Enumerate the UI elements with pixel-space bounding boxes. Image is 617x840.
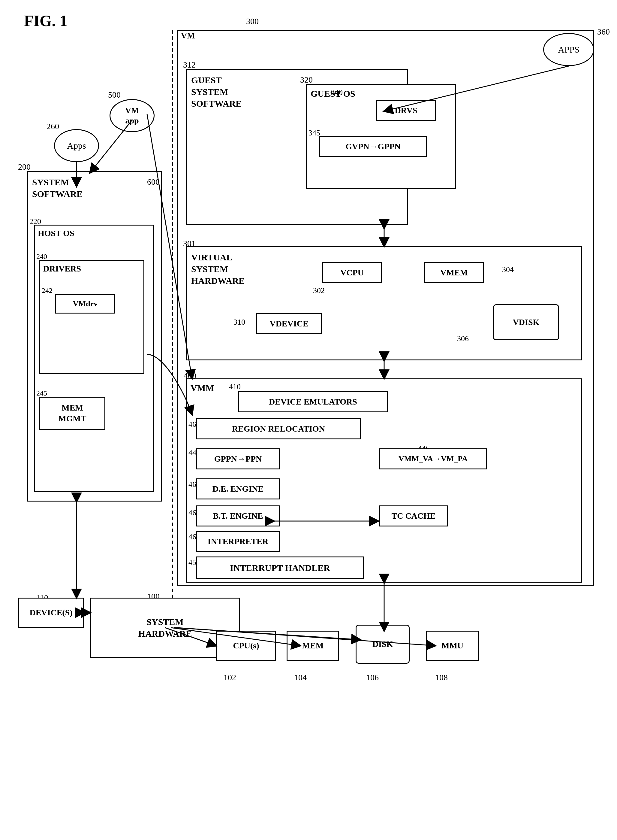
bt-engine-label: B.T. ENGINE: [213, 511, 263, 521]
virtual-system-hardware-box: VIRTUALSYSTEMHARDWARE VCPU 302 VMEM 304 …: [186, 246, 582, 360]
tc-cache-box: TC CACHE: [379, 506, 448, 526]
vm-app-circle: VMapp: [109, 99, 155, 132]
ref-304: 304: [502, 265, 514, 274]
drvs-box: DRVS: [376, 100, 436, 121]
vmdrv-box: VMdrv: [55, 294, 115, 314]
devices-box: DEVICE(S): [18, 597, 84, 628]
ref-302: 302: [313, 286, 325, 295]
ref-500: 500: [108, 90, 121, 100]
vdevice-label: VDEVICE: [270, 319, 308, 328]
vmdrv-label: VMdrv: [73, 299, 97, 308]
mem-mgmt-label: MEMMGMT: [58, 402, 86, 424]
system-hardware-label: SYSTEMHARDWARE: [138, 616, 192, 639]
ref-360: 360: [597, 27, 610, 37]
vmem-box: VMEM: [424, 262, 484, 283]
drivers-box: DRIVERS 242 VMdrv: [39, 260, 144, 374]
ref-108: 108: [435, 673, 448, 682]
ref-320: 320: [300, 75, 313, 85]
ref-345: 345: [308, 129, 320, 138]
disk-box: DISK: [356, 625, 410, 664]
vdevice-box: VDEVICE: [256, 313, 322, 334]
interpreter-box: INTERPRETER: [196, 531, 280, 552]
ref-200: 200: [18, 162, 31, 172]
region-relocation-box: REGION RELOCATION: [196, 419, 361, 439]
device-emulators-box: DEVICE EMULATORS: [238, 391, 388, 413]
ref-245: 245: [36, 389, 47, 397]
gvpn-gppn-box: GVPN→GPPN: [319, 136, 427, 157]
interpreter-label: INTERPRETER: [208, 537, 268, 546]
figure-title: FIG. 1: [24, 12, 67, 30]
ref-312: 312: [183, 60, 196, 70]
de-engine-label: D.E. ENGINE: [213, 484, 263, 494]
disk-label: DISK: [372, 639, 393, 649]
tc-cache-label: TC CACHE: [391, 511, 435, 521]
vmm-va-vm-pa-box: VMM_VA→VM_PA: [379, 448, 487, 469]
ref-102: 102: [224, 673, 236, 682]
vm-app-label: VMapp: [125, 105, 139, 126]
drivers-label: DRIVERS: [40, 261, 143, 277]
ref-106: 106: [366, 673, 379, 682]
cpus-box: CPU(s): [216, 631, 276, 661]
ref-104: 104: [294, 673, 307, 682]
apps-left-circle: Apps: [54, 129, 99, 162]
mmu-label: MMU: [441, 641, 463, 651]
vcpu-label: VCPU: [340, 268, 364, 278]
system-software-label: SYSTEMSOFTWARE: [28, 172, 161, 204]
drvs-label: DRVS: [395, 106, 417, 115]
mmu-box: MMU: [426, 631, 479, 661]
ref-300: 300: [246, 16, 259, 26]
bt-engine-box: B.T. ENGINE: [196, 506, 280, 526]
de-engine-box: D.E. ENGINE: [196, 478, 280, 500]
vmm-va-vm-pa-label: VMM_VA→VM_PA: [399, 454, 468, 463]
ref-306: 306: [457, 334, 469, 343]
ref-240: 240: [36, 253, 47, 261]
vmem-label: VMEM: [440, 268, 468, 278]
ref-340: 340: [331, 88, 343, 97]
ref-260: 260: [47, 122, 59, 131]
mem-box: MEM: [286, 631, 339, 661]
ref-600: 600: [147, 177, 159, 187]
guest-os-box: GUEST OS 340 DRVS 345 GVPN→GPPN: [306, 84, 456, 189]
device-emulators-label: DEVICE EMULATORS: [269, 397, 357, 407]
vdisk-box: VDISK: [493, 304, 559, 340]
devices-label: DEVICE(S): [30, 608, 72, 617]
host-os-label: HOST OS: [35, 226, 153, 241]
region-relocation-label: REGION RELOCATION: [232, 424, 325, 434]
gppn-ppn-box: GPPN→PPN: [196, 448, 280, 469]
vmm-box: VMM 410 DEVICE EMULATORS 466 REGION RELO…: [186, 379, 582, 583]
gvpn-gppn-label: GVPN→GPPN: [345, 142, 401, 151]
system-software-box: SYSTEMSOFTWARE 220 HOST OS 240 DRIVERS 2…: [27, 171, 162, 501]
apps-label: APPS: [558, 44, 580, 55]
virtual-system-hardware-label: VIRTUALSYSTEMHARDWARE: [187, 247, 249, 291]
mem-label: MEM: [302, 641, 324, 651]
host-os-box: HOST OS 240 DRIVERS 242 VMdrv 245 MEMMGM…: [34, 225, 154, 492]
ref-242: 242: [42, 287, 53, 294]
interrupt-handler-box: INTERRUPT HANDLER: [196, 556, 364, 579]
ref-310: 310: [233, 318, 245, 327]
apps-circle: APPS: [543, 33, 594, 66]
vcpu-box: VCPU: [322, 262, 382, 283]
vm-label: VM: [178, 29, 198, 42]
cpus-label: CPU(s): [233, 641, 259, 651]
ref-410: 410: [229, 382, 241, 391]
interrupt-handler-label: INTERRUPT HANDLER: [230, 563, 330, 573]
mem-mgmt-box: MEMMGMT: [39, 397, 105, 430]
gppn-ppn-label: GPPN→PPN: [214, 454, 262, 464]
apps-left-label: Apps: [67, 140, 86, 151]
vdisk-label: VDISK: [513, 318, 540, 327]
